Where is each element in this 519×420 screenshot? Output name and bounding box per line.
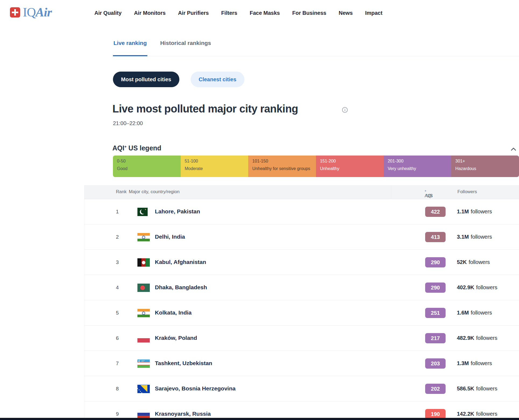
rank-cell: 5 xyxy=(116,310,119,316)
india-flag-icon xyxy=(137,309,150,317)
city-link[interactable]: Kolkata, India xyxy=(155,309,192,316)
collapse-legend-chevron-icon[interactable] xyxy=(510,146,517,154)
city-link[interactable]: Kraków, Poland xyxy=(155,335,197,341)
city-link[interactable]: Delhi, India xyxy=(155,234,185,240)
aqi-column-header: AQI+ US xyxy=(425,189,426,195)
followers-cell: 3.1Mfollowers xyxy=(457,234,492,240)
russia-flag-icon xyxy=(137,410,150,418)
ranking-toggle: Most polluted cities Cleanest cities xyxy=(113,72,244,87)
aqi-badge: 290 xyxy=(425,283,446,293)
rank-cell: 2 xyxy=(116,234,119,240)
followers-column-header: Followers xyxy=(457,189,477,195)
legend-band-unhealthy: 151-200Unhealthy xyxy=(316,156,384,177)
followers-cell: 586.5Kfollowers xyxy=(457,386,497,392)
aqi-legend-bands: 0-50Good 51-100Moderate 101-150Unhealthy… xyxy=(113,156,519,177)
page-title: Live most polluted major city ranking xyxy=(112,103,298,115)
followers-cell: 142.2Kfollowers xyxy=(457,411,497,417)
table-row[interactable]: 2 Delhi, India 413 3.1Mfollowers xyxy=(84,224,519,250)
aqi-badge: 290 xyxy=(425,257,446,267)
city-link[interactable]: Lahore, Pakistan xyxy=(155,208,200,215)
table-row[interactable]: 3 Kabul, Afghanistan 290 52Kfollowers xyxy=(84,250,519,275)
aqi-badge: 203 xyxy=(425,358,446,369)
bosnia-herzegovina-flag-icon: ★★★★ xyxy=(137,385,150,393)
aqi-badge: 202 xyxy=(425,384,446,394)
info-icon[interactable]: i xyxy=(342,107,348,113)
table-row[interactable]: 1 ★ Lahore, Pakistan 422 1.1Mfollowers xyxy=(84,199,519,224)
iqair-ranking-page: IQAir Air Quality Air Monitors Air Purif… xyxy=(0,0,519,420)
table-row[interactable]: 5 Kolkata, India 251 1.6Mfollowers xyxy=(84,300,519,326)
poland-flag-icon xyxy=(137,334,150,343)
followers-cell: 1.6Mfollowers xyxy=(457,310,492,316)
uzbekistan-flag-icon xyxy=(137,359,150,368)
ranking-tabs: Live ranking Historical rankings xyxy=(113,38,519,56)
pakistan-flag-icon: ★ xyxy=(137,208,148,216)
nav-item-face-masks[interactable]: Face Masks xyxy=(250,10,280,16)
table-row[interactable]: 9 Krasnoyarsk, Russia 190 142.2Kfollower… xyxy=(84,401,519,420)
table-row[interactable]: 8 ★★★★ Sarajevo, Bosnia Herzegovina 202 … xyxy=(84,376,519,401)
logo-text: IQAir xyxy=(23,6,52,19)
rank-cell: 3 xyxy=(116,259,119,265)
legend-band-usg: 101-150Unhealthy for sensitive groups xyxy=(248,156,316,177)
table-row[interactable]: 4 Dhaka, Bangladesh 290 402.9Kfollowers xyxy=(84,275,519,300)
followers-cell: 1.1Mfollowers xyxy=(457,209,492,215)
iqair-logo[interactable]: IQAir xyxy=(10,6,52,19)
city-column-header: Major city, country/region xyxy=(129,189,180,195)
rank-cell: 7 xyxy=(116,361,119,366)
city-link[interactable]: Krasnoyarsk, Russia xyxy=(155,411,211,417)
rank-cell: 6 xyxy=(116,335,119,341)
rank-cell: 1 xyxy=(116,209,119,215)
nav-item-air-purifiers[interactable]: Air Purifiers xyxy=(178,10,209,16)
nav-item-filters[interactable]: Filters xyxy=(221,10,237,16)
aqi-badge: 413 xyxy=(425,232,446,242)
main-nav: Air Quality Air Monitors Air Purifiers F… xyxy=(94,10,382,16)
city-link[interactable]: Kabul, Afghanistan xyxy=(155,259,206,265)
aqi-legend-title: AQI+ US legend xyxy=(112,144,161,152)
legend-band-hazardous: 301+Hazardous xyxy=(451,156,519,177)
tab-live-ranking[interactable]: Live ranking xyxy=(113,38,147,56)
bangladesh-flag-icon xyxy=(137,284,150,292)
legend-band-good: 0-50Good xyxy=(113,156,181,177)
bottom-edge-bar xyxy=(0,418,519,420)
ranking-table: Rank Major city, country/region AQI+ US … xyxy=(84,185,519,420)
afghanistan-flag-icon xyxy=(137,258,150,267)
followers-cell: 402.9Kfollowers xyxy=(457,284,497,291)
most-polluted-cities-button[interactable]: Most polluted cities xyxy=(113,72,179,87)
nav-item-impact[interactable]: Impact xyxy=(365,10,382,16)
aqi-badge: 422 xyxy=(425,207,446,217)
nav-item-for-business[interactable]: For Business xyxy=(292,10,326,16)
india-flag-icon xyxy=(137,233,150,241)
rank-cell: 9 xyxy=(116,411,119,417)
aqi-badge: 251 xyxy=(425,308,446,318)
nav-item-news[interactable]: News xyxy=(339,10,353,16)
nav-item-air-quality[interactable]: Air Quality xyxy=(94,10,122,16)
table-row[interactable]: 6 Kraków, Poland 217 482.9Kfollowers xyxy=(84,326,519,351)
table-row[interactable]: 7 Tashkent, Uzbekistan 203 1.3Mfollowers xyxy=(84,351,519,376)
swiss-cross-icon xyxy=(10,7,20,17)
tab-historical-rankings[interactable]: Historical rankings xyxy=(160,38,212,56)
city-link[interactable]: Tashkent, Uzbekistan xyxy=(155,360,212,366)
legend-band-very-unhealthy: 201-300Very unhealthy xyxy=(384,156,452,177)
time-range: 21:00–22:00 xyxy=(113,120,143,126)
nav-item-air-monitors[interactable]: Air Monitors xyxy=(134,10,166,16)
city-link[interactable]: Dhaka, Bangladesh xyxy=(155,284,207,291)
followers-cell: 1.3Mfollowers xyxy=(457,360,492,366)
table-header: Rank Major city, country/region AQI+ US … xyxy=(84,185,519,199)
rank-column-header: Rank xyxy=(116,189,127,195)
aqi-badge: 217 xyxy=(425,333,446,343)
followers-cell: 482.9Kfollowers xyxy=(457,335,497,341)
city-link[interactable]: Sarajevo, Bosnia Herzegovina xyxy=(155,385,236,392)
rank-cell: 4 xyxy=(116,285,119,291)
legend-band-moderate: 51-100Moderate xyxy=(181,156,248,177)
rank-cell: 8 xyxy=(116,386,119,392)
cleanest-cities-button[interactable]: Cleanest cities xyxy=(191,72,244,87)
followers-cell: 52Kfollowers xyxy=(457,259,490,265)
